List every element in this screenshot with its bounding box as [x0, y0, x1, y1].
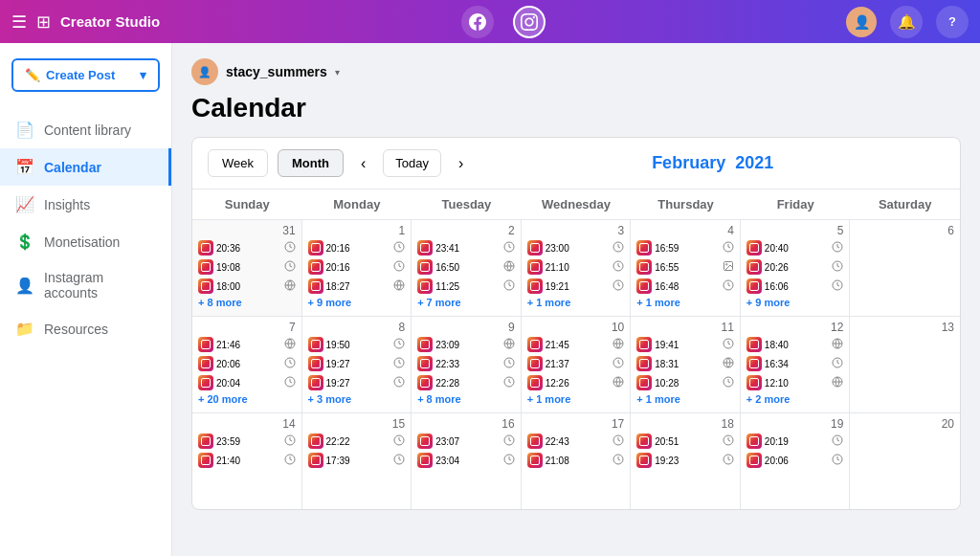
- post-entry-1[interactable]: 20:06: [198, 355, 296, 372]
- post-entry-1[interactable]: 17:39: [308, 452, 406, 469]
- post-entry-2[interactable]: 19:27: [308, 374, 406, 391]
- post-entry-2[interactable]: 10:28: [636, 374, 734, 391]
- week-view-button[interactable]: Week: [208, 149, 268, 177]
- sidebar-item-resources[interactable]: 📁 Resources: [0, 310, 171, 347]
- sidebar-item-monetisation[interactable]: 💲 Monetisation: [0, 223, 171, 260]
- calendar-cell-0-5[interactable]: 520:4020:2616:06+ 9 more: [741, 220, 851, 316]
- post-entry-1[interactable]: 23:04: [417, 452, 515, 469]
- post-entry-1[interactable]: 21:10: [527, 258, 625, 276]
- account-dropdown-arrow[interactable]: ▾: [335, 67, 340, 78]
- more-posts-link[interactable]: + 9 more: [746, 297, 844, 308]
- post-entry-2[interactable]: 16:06: [746, 278, 844, 295]
- facebook-nav-icon[interactable]: [461, 6, 494, 38]
- calendar-cell-0-6[interactable]: 6: [850, 220, 960, 316]
- post-entry-1[interactable]: 16:34: [746, 355, 844, 372]
- month-view-button[interactable]: Month: [278, 149, 344, 177]
- calendar-cell-1-3[interactable]: 1021:4521:3712:26+ 1 more: [522, 317, 632, 412]
- next-month-button[interactable]: ›: [451, 151, 471, 176]
- post-entry-1[interactable]: 20:06: [746, 452, 844, 469]
- post-entry-2[interactable]: 16:48: [636, 278, 734, 295]
- calendar-cell-1-4[interactable]: 1119:4118:3110:28+ 1 more: [631, 317, 741, 412]
- more-posts-link[interactable]: + 8 more: [198, 297, 296, 308]
- more-posts-link[interactable]: + 1 more: [636, 393, 734, 405]
- calendar-cell-1-5[interactable]: 1218:4016:3412:10+ 2 more: [741, 317, 851, 412]
- more-posts-link[interactable]: + 9 more: [308, 297, 406, 308]
- prev-month-button[interactable]: ‹: [353, 151, 373, 176]
- post-entry-0[interactable]: 23:59: [198, 433, 296, 450]
- post-entry-0[interactable]: 21:45: [527, 336, 625, 353]
- more-posts-link[interactable]: + 7 more: [417, 297, 515, 308]
- sidebar-item-insights[interactable]: 📈 Insights: [0, 186, 171, 223]
- create-post-button[interactable]: ✏️ Create Post ▾: [11, 58, 160, 92]
- post-entry-2[interactable]: 22:28: [417, 374, 515, 391]
- calendar-cell-0-0[interactable]: 3120:3619:0818:00+ 8 more: [192, 220, 302, 316]
- more-posts-link[interactable]: + 1 more: [527, 297, 625, 308]
- post-entry-1[interactable]: 21:08: [527, 452, 625, 469]
- calendar-cell-0-4[interactable]: 416:5916:5516:48+ 1 more: [631, 220, 741, 316]
- calendar-cell-2-3[interactable]: 1722:4321:08: [522, 413, 632, 509]
- post-entry-1[interactable]: 18:31: [636, 355, 734, 372]
- post-entry-0[interactable]: 23:00: [527, 239, 625, 256]
- calendar-cell-2-4[interactable]: 1820:5119:23: [631, 413, 741, 509]
- post-entry-1[interactable]: 21:37: [527, 355, 625, 372]
- post-entry-0[interactable]: 20:36: [198, 239, 296, 256]
- post-entry-1[interactable]: 22:33: [417, 355, 515, 372]
- menu-icon[interactable]: ☰: [11, 11, 27, 33]
- post-entry-2[interactable]: 18:27: [308, 278, 406, 295]
- post-entry-1[interactable]: 21:40: [198, 452, 296, 469]
- post-entry-1[interactable]: 19:27: [308, 355, 406, 372]
- more-posts-link[interactable]: + 1 more: [636, 297, 734, 308]
- post-entry-0[interactable]: 20:40: [746, 239, 844, 256]
- post-entry-2[interactable]: 12:10: [746, 374, 844, 391]
- calendar-cell-2-6[interactable]: 20: [850, 413, 960, 509]
- more-posts-link[interactable]: + 8 more: [417, 393, 515, 405]
- post-entry-1[interactable]: 19:08: [198, 258, 296, 276]
- calendar-cell-1-2[interactable]: 923:0922:3322:28+ 8 more: [412, 317, 522, 412]
- sidebar-item-content-library[interactable]: 📄 Content library: [0, 111, 171, 148]
- calendar-cell-2-2[interactable]: 1623:0723:04: [412, 413, 522, 509]
- more-posts-link[interactable]: + 1 more: [527, 393, 625, 405]
- today-button[interactable]: Today: [383, 149, 441, 177]
- post-entry-0[interactable]: 23:07: [417, 433, 515, 450]
- post-entry-2[interactable]: 20:04: [198, 374, 296, 391]
- calendar-cell-1-6[interactable]: 13: [850, 317, 960, 412]
- post-entry-0[interactable]: 19:50: [308, 336, 406, 353]
- post-entry-2[interactable]: 11:25: [417, 278, 515, 295]
- post-entry-0[interactable]: 22:43: [527, 433, 625, 450]
- calendar-cell-0-1[interactable]: 120:1620:1618:27+ 9 more: [302, 220, 412, 316]
- sidebar-item-instagram-accounts[interactable]: 👤 Instagram accounts: [0, 260, 171, 310]
- user-avatar[interactable]: 👤: [846, 7, 877, 37]
- calendar-cell-0-2[interactable]: 223:4116:5011:25+ 7 more: [412, 220, 522, 316]
- calendar-cell-2-5[interactable]: 1920:1920:06: [741, 413, 851, 509]
- post-entry-0[interactable]: 16:59: [636, 239, 734, 256]
- post-entry-0[interactable]: 23:41: [417, 239, 515, 256]
- post-entry-1[interactable]: 16:50: [417, 258, 515, 276]
- sidebar-item-calendar[interactable]: 📅 Calendar: [0, 148, 171, 186]
- more-posts-link[interactable]: + 2 more: [746, 393, 844, 405]
- post-entry-0[interactable]: 20:16: [308, 239, 406, 256]
- calendar-cell-1-0[interactable]: 721:4620:0620:04+ 20 more: [192, 317, 302, 412]
- bell-icon[interactable]: 🔔: [890, 6, 923, 38]
- calendar-cell-0-3[interactable]: 323:0021:1019:21+ 1 more: [522, 220, 632, 316]
- post-entry-0[interactable]: 20:51: [636, 433, 734, 450]
- calendar-cell-2-1[interactable]: 1522:2217:39: [302, 413, 412, 509]
- post-entry-2[interactable]: 12:26: [527, 374, 625, 391]
- post-entry-0[interactable]: 23:09: [417, 336, 515, 353]
- post-entry-2[interactable]: 19:21: [527, 278, 625, 295]
- instagram-nav-icon[interactable]: [513, 6, 546, 38]
- calendar-cell-1-1[interactable]: 819:5019:2719:27+ 3 more: [302, 317, 412, 412]
- post-entry-0[interactable]: 22:22: [308, 433, 406, 450]
- post-entry-2[interactable]: 18:00: [198, 278, 296, 295]
- post-entry-1[interactable]: 20:26: [746, 258, 844, 276]
- more-posts-link[interactable]: + 20 more: [198, 393, 296, 405]
- post-entry-1[interactable]: 20:16: [308, 258, 406, 276]
- post-entry-0[interactable]: 20:19: [746, 433, 844, 450]
- post-entry-0[interactable]: 18:40: [746, 336, 844, 353]
- post-entry-0[interactable]: 19:41: [636, 336, 734, 353]
- calendar-cell-2-0[interactable]: 1423:5921:40: [192, 413, 302, 509]
- post-entry-0[interactable]: 21:46: [198, 336, 296, 353]
- more-posts-link[interactable]: + 3 more: [308, 393, 406, 405]
- help-icon[interactable]: ?: [936, 6, 969, 38]
- post-entry-1[interactable]: 16:55: [636, 258, 734, 276]
- post-entry-1[interactable]: 19:23: [636, 452, 734, 469]
